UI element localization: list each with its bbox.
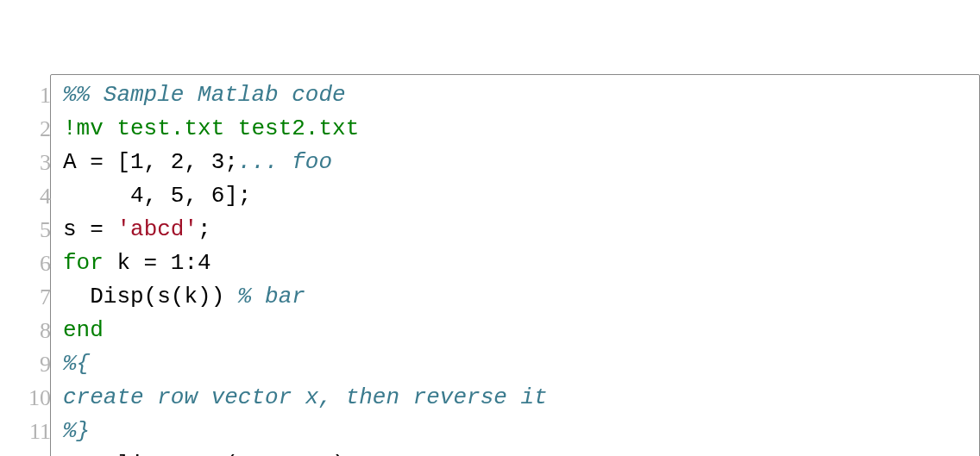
code-token-comment: %% Sample Matlab code bbox=[63, 82, 346, 108]
code-line: 9%{ bbox=[63, 347, 979, 381]
code-token-comment: ... foo bbox=[238, 149, 332, 175]
code-token-keyword: !mv test.txt test2.txt bbox=[63, 116, 359, 141]
code-line: 2!mv test.txt test2.txt bbox=[63, 112, 979, 146]
line-number: 7 bbox=[13, 280, 51, 314]
code-token-comment: create row vector x, then reverse it bbox=[63, 384, 548, 410]
line-number: 2 bbox=[13, 112, 51, 146]
line-number: 11 bbox=[13, 415, 51, 448]
line-number: 8 bbox=[13, 314, 51, 347]
code-token-string: 'abcd' bbox=[116, 216, 198, 242]
code-line: 6for k = 1:4 bbox=[63, 247, 979, 280]
code-token-keyword: for bbox=[63, 250, 104, 276]
code-line: 8end bbox=[63, 314, 979, 347]
code-token-default: x = linspace(0,1,101); bbox=[63, 452, 359, 456]
code-token-keyword: end bbox=[63, 317, 104, 343]
code-line: 10create row vector x, then reverse it bbox=[63, 381, 979, 415]
code-line: 5s = 'abcd'; bbox=[63, 213, 979, 247]
line-number: 9 bbox=[13, 347, 51, 381]
code-token-default: 4, 5, 6]; bbox=[63, 183, 251, 209]
code-token-default: k = 1:4 bbox=[104, 250, 211, 276]
line-number: 3 bbox=[13, 146, 51, 179]
code-token-default: Disp(s(k)) bbox=[63, 284, 238, 309]
line-number: 10 bbox=[13, 381, 51, 415]
line-number: 4 bbox=[13, 179, 51, 213]
code-token-comment: % bar bbox=[238, 284, 305, 309]
code-frame: 1%% Sample Matlab code2!mv test.txt test… bbox=[50, 74, 980, 456]
code-token-default: A = [1, 2, 3; bbox=[63, 149, 238, 175]
code-line: 7 Disp(s(k)) % bar bbox=[63, 280, 979, 314]
line-number: 5 bbox=[13, 213, 51, 247]
line-number: 12 bbox=[13, 448, 51, 456]
code-token-default: ; bbox=[198, 216, 211, 242]
code-token-comment: %} bbox=[63, 418, 90, 444]
code-line: 11%} bbox=[63, 415, 979, 448]
code-line: 1%% Sample Matlab code bbox=[63, 78, 979, 112]
code-line: 4 4, 5, 6]; bbox=[63, 179, 979, 213]
code-token-default: s = bbox=[63, 216, 116, 242]
code-line: 3A = [1, 2, 3;... foo bbox=[63, 146, 979, 179]
line-number: 6 bbox=[13, 247, 51, 280]
line-number: 1 bbox=[13, 78, 51, 112]
code-line: 12x = linspace(0,1,101); bbox=[63, 448, 979, 456]
code-listing: 1%% Sample Matlab code2!mv test.txt test… bbox=[0, 0, 980, 456]
code-token-comment: %{ bbox=[63, 351, 90, 377]
